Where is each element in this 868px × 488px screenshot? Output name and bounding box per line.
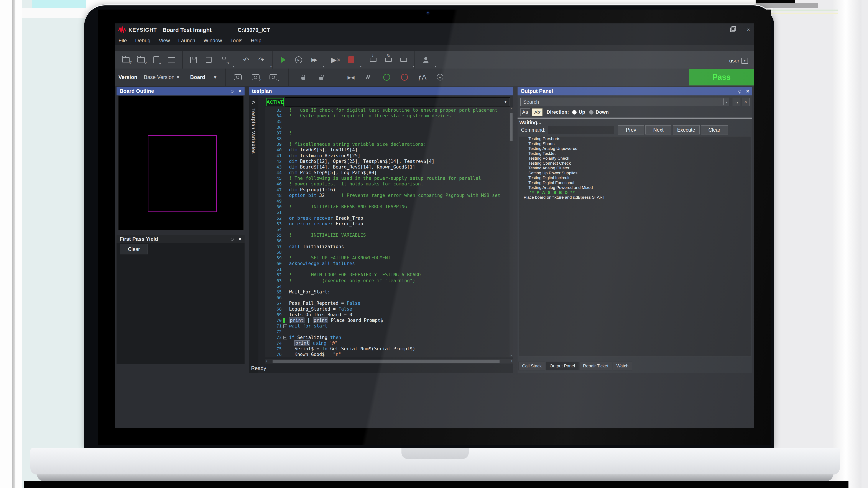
folder-recent-button[interactable]: ↺ [120,54,132,66]
undo-button[interactable]: ↶ [240,54,252,66]
circle-a-button[interactable]: A [434,71,446,83]
tab-repair-ticket[interactable]: Repair Ticket [579,362,612,370]
restore-button[interactable] [727,25,737,34]
code-line-58[interactable]: 58 [265,250,509,255]
search-go-button[interactable]: → [733,98,740,106]
code-line-73[interactable]: 73if Serializing then [265,335,509,340]
code-line-45[interactable]: 45! The following is used in the power-s… [265,175,509,181]
board-x-button[interactable]: × [267,71,279,83]
save-all-button[interactable] [203,54,215,66]
lock-button[interactable] [297,71,309,83]
code-line-39[interactable]: 39! Miscellaneous string variable size d… [265,141,509,147]
close-icon[interactable]: × [238,236,242,242]
code-line-51[interactable]: 51 [265,209,509,215]
direction-up-radio[interactable] [572,110,577,115]
code-line-41[interactable]: 41dim Testmain_Revision$[25] [265,153,509,159]
editor-vertical-scrollbar[interactable]: ˄˅ [509,107,513,357]
scrollbar-thumb[interactable] [510,113,513,141]
code-line-34[interactable]: 34! Cycle power if required to three-sta… [265,113,509,119]
group-overflow-icon[interactable]: ▾ [360,65,362,68]
code-line-62[interactable]: 62! MAIN LOOP FOR REPEATEDLY TESTING A B… [265,272,509,278]
code-line-65[interactable]: 65Wait_For_Start: [265,289,509,295]
menu-file[interactable]: File [119,37,127,43]
code-line-60[interactable]: 60acknowledge all failures [265,261,509,266]
code-line-38[interactable]: 38 [265,136,509,141]
code-line-70[interactable]: 70print | print Place_Board_Prompt$ [265,318,509,323]
board-check-button[interactable]: ✓ [250,71,262,83]
save-copy-button[interactable]: ↷ [218,54,230,66]
output-log[interactable]: Testing PreshortsTesting ShortsTesting A… [519,136,751,357]
editor-horizontal-scrollbar[interactable]: ‹ › [265,359,513,363]
ring-red-button[interactable] [398,71,410,83]
command-input[interactable] [548,126,614,134]
tray-flip-button[interactable]: ↻ [382,54,395,66]
tab-output-panel[interactable]: Output Panel [546,362,579,370]
direction-down-radio[interactable] [589,110,593,115]
search-clear-button[interactable]: × [742,98,749,106]
code-line-54[interactable]: 54 [265,227,509,232]
menu-launch[interactable]: Launch [178,37,195,43]
user-menu[interactable]: user ▾ [729,58,748,64]
code-line-40[interactable]: 40dim InvOn$[5], InvOff$[4] [265,147,509,153]
user-profile-button[interactable] [420,54,432,66]
ring-green-button[interactable] [381,71,393,83]
code-line-59[interactable]: 59! SET UP FAILURE ACKNOWLEDGMENT [265,255,509,261]
code-line-37[interactable]: 37! [265,130,509,136]
tray-import-button[interactable]: ↓ [367,54,379,66]
code-line-49[interactable]: 49 [265,198,509,204]
code-line-50[interactable]: 50! INITIALIZE BREAK AND ERROR TRAPPING [265,204,509,209]
code-line-61[interactable]: 61 [265,266,509,272]
folder-open-button[interactable] [165,54,178,66]
code-line-47[interactable]: 47dim Psgroup(1:16) [265,187,509,193]
group-overflow-icon[interactable]: ▾ [233,65,235,68]
tray-export-button[interactable]: ↑ [398,54,410,66]
code-line-46[interactable]: 46! power supplies. It holds masks for c… [265,181,509,187]
execute-button[interactable]: Execute [673,125,700,134]
code-line-44[interactable]: 44dim Proc_Step$[5], Log_Path$[80] [265,170,509,175]
arrows-collide-button[interactable]: ▸◂ [345,71,357,83]
code-line-55[interactable]: 55! INITIALIZE VARIABLES [265,232,509,238]
group-overflow-icon[interactable]: ▾ [412,65,414,68]
board-eye-button[interactable] [232,71,244,83]
code-line-48[interactable]: 48option bit 32 ! Prevents range error w… [265,193,509,198]
code-line-68[interactable]: 68Logging_Started = False [265,306,509,312]
code-line-72[interactable]: 72 [265,329,509,334]
code-line-53[interactable]: 53on error recover Error_Trap [265,221,509,227]
code-line-71[interactable]: 71wait for start [265,323,509,329]
testplan-variables-tab[interactable]: > Testplan Variables [249,95,258,373]
run-skip-button[interactable]: ▶× [330,54,342,66]
step-double-button[interactable]: ▶▶ [308,54,320,66]
code-line-42[interactable]: 42dim Batch$[12], Oper$[25], Testplan$[1… [265,159,509,164]
menu-debug[interactable]: Debug [135,37,151,43]
redo-button[interactable]: ↷ [255,54,267,66]
menu-window[interactable]: Window [204,37,222,43]
pin-icon[interactable] [739,90,741,93]
menu-help[interactable]: Help [251,37,261,43]
group-overflow-icon[interactable]: ▾ [270,65,272,68]
code-line-67[interactable]: 67Pass_Fail_Reported = False [265,300,509,306]
menu-view[interactable]: View [159,37,170,43]
scrollbar-thumb[interactable] [273,360,499,363]
pin-icon[interactable] [231,90,234,93]
whole-word-button[interactable]: "Ab" [532,108,542,116]
next-button[interactable]: Next [645,125,672,134]
code-line-57[interactable]: 57call Initializations [265,244,509,250]
font-edit-button[interactable]: ƒA [416,71,428,83]
code-line-43[interactable]: 43dim Board$[14], Board_Rev$[14], Known_… [265,164,509,170]
testplan-tab-header[interactable]: testplan [249,87,513,95]
close-icon[interactable]: × [238,88,242,94]
code-line-74[interactable]: 74print using "@" [265,340,509,346]
code-line-66[interactable]: 66 [265,295,509,300]
pin-icon[interactable] [231,238,234,240]
code-line-63[interactable]: 63! (executed only once if "learning") [265,278,509,284]
code-line-69[interactable]: 69Tests_On_This_Board = 0 [265,312,509,318]
run-button[interactable] [277,54,289,66]
clear-button[interactable]: Clear [701,125,728,134]
group-overflow-icon[interactable]: ▾ [323,65,324,68]
section-dropdown[interactable]: ▾ [285,97,510,106]
unlock-button[interactable] [315,71,327,83]
code-line-76[interactable]: 76Known_Good$ = "n" [265,352,509,357]
folder-sync-button[interactable]: ↻ [135,54,147,66]
tab-watch[interactable]: Watch [613,362,632,370]
search-input[interactable] [520,98,729,106]
